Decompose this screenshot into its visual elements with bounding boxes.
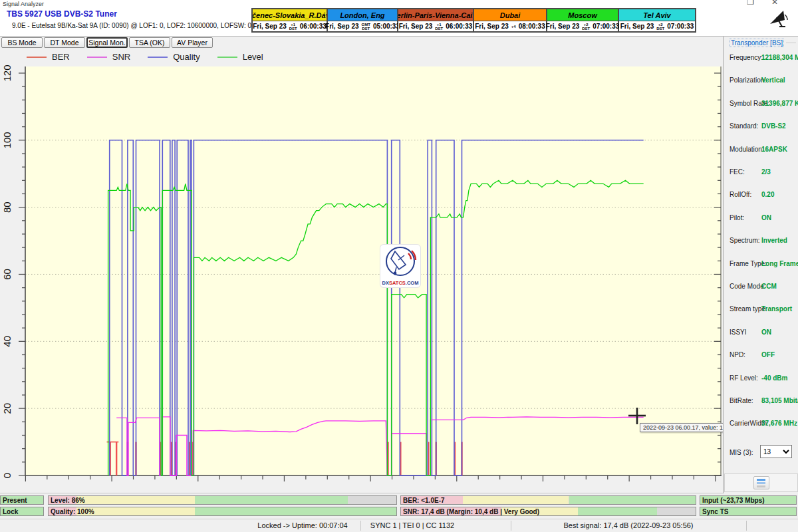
lock-indicator-label: Lock: [3, 508, 18, 515]
clock-offset: +2DST: [656, 23, 664, 31]
clock-date: Fri, Sep 23: [253, 23, 287, 30]
clock-date: Fri, Sep 23: [620, 23, 654, 30]
satellite-logo-icon: [380, 245, 420, 278]
tp-value-7: ON: [761, 214, 771, 221]
clock-hhmmss: 07:00:33: [667, 23, 694, 30]
tab-av-player[interactable]: AV Player: [172, 37, 213, 48]
world-clocks: Lučenec-Slovakia_R.DávidFri, Sep 23+1DST…: [251, 8, 696, 33]
clock-city-label: Moscow: [547, 9, 618, 21]
status-item-1: SYNC 1 | TEI 0 | CC 1132: [370, 521, 454, 529]
groupbox-line: [786, 43, 796, 43]
close-button[interactable]: ✕: [771, 0, 795, 7]
clock-lu-enec-slovakia-r-d-vid: Lučenec-Slovakia_R.DávidFri, Sep 23+1DST…: [253, 9, 328, 31]
window-controls: ❐✕: [747, 0, 795, 7]
tp-value-4: 16APSK: [761, 146, 787, 153]
clock-hhmmss: 07:00:33: [593, 23, 619, 30]
clock-offset: GMTDST: [362, 23, 370, 31]
tp-label-13: NPD:: [730, 351, 745, 358]
tab-signal-mon-[interactable]: Signal Mon.: [86, 37, 128, 48]
svg-text:120: 120: [1, 65, 13, 81]
signal-chart-plot[interactable]: 020406080100120: [0, 48, 723, 493]
tp-label-0: Frequency:: [730, 54, 763, 61]
clock-time: Fri, Sep 23+1DST06:00:33: [398, 21, 473, 31]
clock-date: Fri, Sep 23: [399, 23, 433, 30]
clock-time: Fri, Sep 23+2DST07:00:33: [619, 21, 695, 31]
window-title: Signal Analyzer: [3, 1, 44, 7]
clock-london-eng: London, EngFri, Sep 23GMTDST05:00:33: [328, 9, 398, 31]
dxsatcs-watermark-logo: DXSATCS.COM: [380, 245, 420, 287]
header-separator: [0, 36, 798, 37]
clock-time: Fri, Sep 23+2DST07:00:33: [547, 21, 618, 31]
tp-label-4: Modulation:: [730, 146, 764, 153]
signal-chart-widget: BERSNRQualityLevel 020406080100120: [0, 48, 723, 493]
clock-hhmmss: 06:00:33: [446, 23, 472, 30]
clock-hhmmss: 05:00:33: [373, 23, 400, 30]
clock-moscow: MoscowFri, Sep 23+2DST07:00:33: [547, 9, 619, 31]
tp-value-5: 2/3: [761, 168, 771, 176]
ber-meter-label: BER: <1.0E-7: [403, 497, 445, 504]
mux-list-button[interactable]: [753, 476, 769, 489]
tp-label-1: Polarization:: [730, 76, 766, 84]
tp-value-2: 31396,877 KS/s: [761, 100, 798, 107]
clock-date: Fri, Sep 23: [325, 23, 359, 30]
tuner-info: 9.0E - Eutelsat 9B/Ka-Sat 9A (ID: 0090) …: [12, 22, 251, 29]
status-divider: [511, 521, 511, 531]
tp-value-8: Inverted: [761, 237, 787, 244]
status-item-0: Locked -> Uptime: 00:07:04: [257, 521, 347, 529]
clock-time: Fri, Sep 23GMTDST05:00:33: [328, 21, 397, 31]
tp-label-7: Pilot:: [730, 214, 744, 221]
transponder-panel: Transponder [BS] Frequency:12188,304 MHz…: [723, 37, 798, 493]
status-divider: [746, 521, 747, 531]
tp-label-15: BitRate:: [730, 397, 753, 404]
tab-bs-mode[interactable]: BS Mode: [1, 37, 43, 48]
present-indicator-label: Present: [3, 497, 27, 504]
maximize-button[interactable]: ❐: [747, 0, 771, 7]
clock-offset: +2DST: [582, 23, 590, 31]
tp-value-11: Transport: [761, 305, 792, 313]
clock-dubai: DubaiFri, Sep 23+408:00:33: [474, 9, 547, 31]
tp-value-3: DVB-S2: [761, 122, 786, 130]
clock-offset: +1DST: [435, 23, 443, 31]
tp-label-5: FEC:: [730, 168, 745, 176]
mis-select[interactable]: 13: [760, 445, 792, 458]
tp-value-9: Long Frame: [761, 260, 798, 267]
clock-city-label: Berlin-Paris-Vienna-Cairo: [398, 9, 473, 21]
clock-tel-aviv: Tel AvivFri, Sep 23+2DST07:00:33: [619, 9, 695, 31]
clock-offset: +4: [511, 25, 516, 29]
tp-value-6: 0.20: [761, 191, 774, 198]
tp-value-1: Vertical: [761, 76, 785, 84]
svg-text:0: 0: [1, 473, 13, 478]
tp-value-15: 83,105 Mbit/s: [761, 397, 798, 404]
clock-city-label: Lučenec-Slovakia_R.Dávid: [253, 9, 327, 21]
snr-meter-label: SNR: 17,4 dB (Margin: 10,4 dB | Very Goo…: [403, 508, 539, 515]
tp-label-14: RF Level:: [730, 374, 758, 382]
clock-hhmmss: 08:00:33: [519, 23, 545, 30]
svg-text:20: 20: [1, 403, 13, 414]
clock-time: Fri, Sep 23+408:00:33: [474, 21, 546, 31]
tp-value-13: OFF: [761, 351, 775, 358]
quality-meter: Quality: 100%: [48, 507, 397, 516]
tp-label-3: Standard:: [730, 122, 758, 130]
sync-ts-indicator-label: Sync TS: [702, 508, 728, 515]
svg-text:40: 40: [1, 336, 13, 347]
tab-tsa-ok-[interactable]: TSA (OK): [129, 37, 170, 48]
tuner-title: TBS 5927 USB DVB-S2 Tuner: [7, 9, 117, 19]
quality-meter-label: Quality: 100%: [51, 508, 94, 515]
mis-label: MIS (3):: [730, 449, 753, 456]
snr-meter: SNR: 17,4 dB (Margin: 10,4 dB | Very Goo…: [400, 507, 696, 516]
status-item-2: Best signal: 17,4 dB (2022-09-23 05:56): [563, 521, 693, 529]
clock-city-label: London, Eng: [328, 9, 397, 21]
clock-time: Fri, Sep 23+1DST06:00:33: [253, 21, 327, 31]
list-icon: [757, 479, 765, 481]
tp-value-12: ON: [761, 329, 771, 336]
ber-meter: BER: <1.0E-7: [400, 495, 696, 505]
clock-date: Fri, Sep 23: [546, 23, 580, 30]
tp-value-16: 37,676 MHz: [761, 420, 797, 427]
tp-label-8: Spectrum:: [730, 237, 760, 244]
tp-label-12: ISSYI: [730, 329, 747, 336]
level-meter: Level: 86%: [48, 495, 397, 505]
lock-indicator: Lock: [0, 507, 44, 516]
level-meter-label: Level: 86%: [51, 497, 85, 504]
clock-date: Fri, Sep 23: [475, 23, 509, 30]
tab-dt-mode[interactable]: DT Mode: [44, 37, 85, 48]
